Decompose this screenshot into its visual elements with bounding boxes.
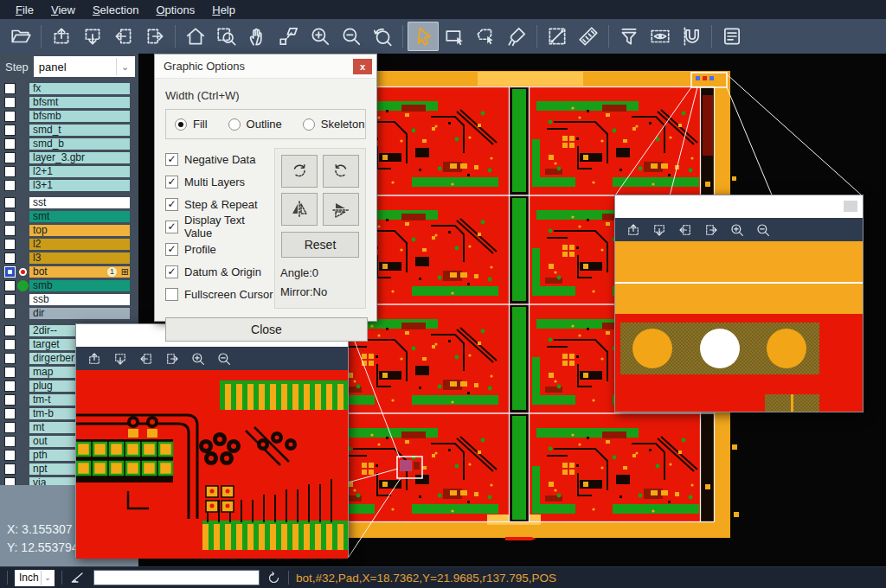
zoom-out-button[interactable] — [336, 22, 367, 51]
layer-visibility-checkbox[interactable] — [4, 422, 16, 433]
measure-distance-button[interactable] — [542, 22, 573, 51]
radio-outline[interactable]: Outline — [228, 118, 282, 131]
magnifier-content[interactable] — [76, 370, 348, 559]
menu-file[interactable]: File — [7, 2, 42, 18]
layer-name[interactable]: l3+1 — [29, 180, 130, 191]
layer-name[interactable]: bfsmb — [29, 111, 130, 122]
pan-hand-button[interactable] — [242, 22, 273, 51]
radio-fill-circle[interactable] — [175, 118, 187, 131]
layer-visibility-checkbox[interactable] — [4, 367, 16, 378]
clear-highlight-button[interactable] — [501, 22, 532, 51]
layer-visibility-checkbox[interactable] — [4, 225, 16, 236]
layer-name[interactable]: smt — [29, 211, 130, 222]
pan-up-button[interactable] — [46, 22, 77, 51]
checkbox-profile[interactable]: Profile — [165, 238, 274, 260]
checkbox-display-text-value[interactable]: Display Text Value — [165, 215, 274, 238]
radio-outline-circle[interactable] — [228, 118, 241, 131]
layer-visibility-checkbox[interactable] — [4, 211, 16, 222]
magnifier-content[interactable] — [615, 241, 863, 412]
zoom-window-button[interactable] — [211, 22, 242, 51]
zoom-out-icon[interactable] — [216, 351, 232, 367]
layer-visibility-checkbox[interactable] — [4, 353, 16, 364]
layer-visibility-checkbox[interactable] — [4, 239, 16, 250]
view-options-eye-button[interactable] — [645, 22, 676, 51]
layer-name[interactable]: top — [29, 225, 130, 236]
layer-visibility-checkbox[interactable] — [4, 294, 16, 305]
open-folder-button[interactable] — [5, 22, 36, 51]
report-button[interactable] — [716, 22, 748, 51]
pan-up-icon[interactable] — [626, 222, 641, 238]
menu-selection[interactable]: Selection — [84, 2, 147, 18]
rotate-cw-button[interactable] — [281, 155, 318, 188]
layer-name[interactable]: bot 1 — [29, 266, 130, 278]
mirror-horizontal-button[interactable] — [281, 193, 318, 226]
rotate-ccw-button[interactable] — [323, 155, 359, 188]
checkbox-step-repeat[interactable]: Step & Repeat — [165, 193, 274, 215]
pan-down-icon[interactable] — [112, 351, 128, 367]
magnifier-window-bottom[interactable] — [75, 323, 349, 558]
layer-visibility-checkbox[interactable] — [4, 166, 16, 177]
layer-visibility-checkbox[interactable] — [4, 125, 16, 136]
dialog-title-bar[interactable]: Graphic Options x — [155, 54, 376, 79]
layer-visibility-checkbox[interactable] — [4, 97, 16, 108]
command-input[interactable] — [93, 570, 260, 585]
layer-visibility-checkbox[interactable] — [4, 280, 16, 291]
layer-visibility-checkbox[interactable] — [4, 152, 16, 163]
ruler-button[interactable] — [573, 22, 604, 51]
layer-visibility-checkbox[interactable] — [4, 138, 16, 150]
zoom-in-button[interactable] — [305, 22, 336, 51]
pan-right-button[interactable] — [139, 22, 170, 51]
pan-left-button[interactable] — [108, 22, 139, 51]
layer-visibility-checkbox[interactable] — [4, 266, 16, 278]
layer-visibility-checkbox[interactable] — [4, 83, 16, 94]
pan-down-icon[interactable] — [652, 222, 667, 238]
pan-left-icon[interactable] — [138, 351, 154, 367]
checkbox-fullscreen-cursor[interactable]: Fullscreen Cursor — [165, 283, 274, 305]
magnifier-window-right[interactable] — [614, 195, 864, 412]
unit-select[interactable]: Inch ⌄ — [15, 570, 55, 586]
zoom-fit-home-button[interactable] — [180, 22, 211, 51]
zoom-out-icon[interactable] — [755, 222, 771, 238]
layer-name[interactable]: l3 — [29, 252, 130, 264]
zoom-previous-button[interactable] — [367, 22, 398, 51]
layer-visibility-checkbox[interactable] — [4, 111, 16, 122]
layer-name[interactable]: sst — [29, 197, 130, 208]
layer-visibility-checkbox[interactable] — [4, 252, 16, 264]
layer-visibility-checkbox[interactable] — [4, 394, 16, 406]
zoom-in-icon[interactable] — [729, 222, 745, 238]
polygon-select-button[interactable] — [470, 22, 501, 51]
layer-name[interactable]: dir — [29, 308, 130, 319]
layer-visibility-checkbox[interactable] — [4, 436, 16, 447]
refresh-icon[interactable] — [266, 571, 281, 585]
layer-visibility-checkbox[interactable] — [4, 197, 16, 208]
layer-name[interactable]: l2 — [29, 239, 130, 250]
layer-name[interactable]: l2+1 — [29, 166, 130, 177]
menu-options[interactable]: Options — [147, 2, 203, 18]
zoom-in-icon[interactable] — [190, 351, 206, 367]
layer-visibility-checkbox[interactable] — [4, 325, 16, 336]
layer-visibility-checkbox[interactable] — [4, 339, 16, 350]
checkbox-negative-data[interactable]: Negative Data — [165, 148, 274, 170]
layer-visibility-checkbox[interactable] — [4, 450, 16, 461]
snap-magnet-button[interactable] — [676, 22, 707, 51]
layer-visibility-checkbox[interactable] — [4, 380, 16, 392]
pan-left-icon[interactable] — [677, 222, 693, 238]
magnifier-window-button[interactable] — [844, 201, 857, 212]
close-button[interactable]: Close — [165, 317, 368, 342]
layer-name[interactable]: smb — [29, 280, 130, 291]
menu-view[interactable]: View — [42, 2, 84, 18]
layer-name[interactable]: bfsmt — [29, 97, 130, 108]
draw-angle-icon[interactable] — [69, 569, 87, 586]
rect-select-button[interactable] — [439, 22, 470, 51]
radio-skeleton-circle[interactable] — [303, 118, 315, 131]
pan-up-icon[interactable] — [87, 351, 102, 367]
layer-name[interactable]: layer_3.gbr — [29, 152, 130, 163]
radio-fill[interactable]: Fill — [175, 118, 208, 131]
layer-visibility-checkbox[interactable] — [4, 463, 16, 475]
radio-skeleton[interactable]: Skeleton — [303, 118, 365, 131]
menu-help[interactable]: Help — [203, 2, 244, 18]
layer-visibility-checkbox[interactable] — [4, 308, 16, 319]
pan-right-icon[interactable] — [164, 351, 180, 367]
select-tool-button[interactable] — [408, 22, 439, 51]
pan-down-button[interactable] — [77, 22, 108, 51]
